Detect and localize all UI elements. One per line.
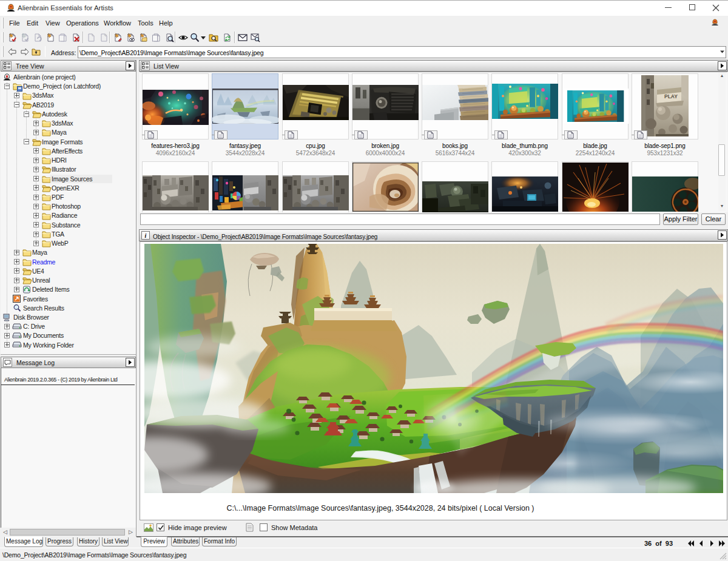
svg-text:PLAY: PLAY	[664, 93, 678, 99]
svg-text:i: i	[145, 232, 147, 239]
